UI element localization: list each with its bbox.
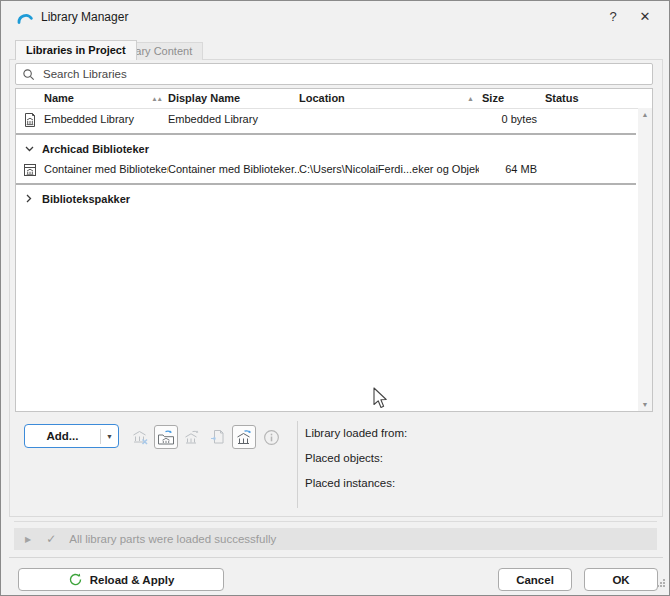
check-icon: ✓: [46, 532, 56, 546]
group-row-archicad-biblioteker[interactable]: Archicad Biblioteker: [16, 138, 652, 159]
cell-display-name: Embedded Library: [168, 109, 299, 130]
embedded-library-icon: [16, 112, 44, 128]
search-field[interactable]: [15, 63, 653, 85]
status-bar: ▶ ✓ All library parts were loaded succes…: [14, 528, 657, 550]
reload-library-icon: [234, 427, 254, 447]
close-button[interactable]: ✕: [635, 7, 655, 27]
header-status[interactable]: Status: [541, 89, 615, 108]
group-separator: [16, 180, 652, 188]
ok-button[interactable]: OK: [584, 568, 658, 591]
remove-library-button[interactable]: [128, 425, 152, 449]
archicad-logo-icon: [17, 10, 33, 25]
libraries-list: Name▲▲ Display Name Location▲ Size Statu…: [15, 88, 653, 412]
library-manager-dialog: Library Manager ? ✕ Libraries in Project…: [0, 0, 670, 596]
library-loaded-from-label: Library loaded from:: [305, 427, 407, 439]
scroll-up-icon[interactable]: ▲: [638, 111, 652, 118]
sort-icon: ▲▲: [151, 89, 162, 108]
table-row-container-library[interactable]: Container med Biblioteker... Container m…: [16, 159, 652, 180]
chevron-right-icon[interactable]: [23, 194, 35, 203]
container-library-icon: [16, 162, 44, 178]
search-icon: [22, 68, 35, 81]
export-library-button[interactable]: [180, 425, 204, 449]
search-input[interactable]: [41, 67, 652, 81]
cell-name: Embedded Library: [44, 109, 168, 130]
title-bar: Library Manager ? ✕: [1, 1, 669, 35]
embed-library-button[interactable]: [154, 425, 178, 449]
footer-separator-line: [9, 557, 663, 558]
chevron-down-icon[interactable]: [23, 146, 35, 152]
cell-size: 64 MB: [479, 159, 541, 180]
reload-apply-button[interactable]: Reload & Apply: [18, 568, 224, 591]
vertical-scrollbar[interactable]: ▲ ▼: [638, 108, 652, 411]
window-title: Library Manager: [41, 10, 128, 24]
group-label: Bibliotekspakker: [42, 193, 130, 205]
group-row-bibliotekspakker[interactable]: Bibliotekspakker: [16, 188, 652, 209]
cell-location: C:\Users\NicolaiFerdi...eker og Objekter…: [299, 159, 479, 180]
placed-objects-label: Placed objects:: [305, 452, 383, 464]
scroll-down-icon[interactable]: ▼: [638, 401, 652, 408]
header-location[interactable]: Location▲: [299, 89, 479, 108]
cell-size: 0 bytes: [479, 109, 541, 130]
status-expander-icon[interactable]: ▶: [25, 535, 31, 544]
group-separator: [16, 130, 652, 138]
header-name[interactable]: Name▲▲: [44, 89, 168, 108]
tab-libraries-in-project[interactable]: Libraries in Project: [15, 40, 137, 60]
cell-display-name: Container med Biblioteker...: [168, 159, 299, 180]
info-icon: [262, 428, 281, 447]
save-library-part-button[interactable]: [206, 425, 230, 449]
cancel-button[interactable]: Cancel: [498, 568, 572, 591]
remove-library-icon: [130, 427, 150, 447]
header-display-name[interactable]: Display Name: [168, 89, 299, 108]
header-icon-column[interactable]: [16, 89, 44, 108]
resize-grip[interactable]: [656, 574, 666, 592]
sort-asc-icon: ▲: [467, 89, 473, 108]
header-size[interactable]: Size: [479, 89, 541, 108]
help-button[interactable]: ?: [603, 7, 623, 27]
list-header: Name▲▲ Display Name Location▲ Size Statu…: [16, 89, 652, 109]
save-library-part-icon: [208, 427, 228, 447]
mouse-cursor: [372, 387, 390, 415]
reload-library-button[interactable]: [232, 425, 256, 449]
table-row-embedded-library[interactable]: Embedded Library Embedded Library 0 byte…: [16, 109, 652, 130]
library-info-button[interactable]: [259, 425, 283, 449]
info-panel-divider: [297, 421, 298, 508]
separator-line: [14, 521, 657, 522]
cell-name: Container med Biblioteker...: [44, 159, 168, 180]
export-library-icon: [182, 427, 202, 447]
group-label: Archicad Biblioteker: [42, 143, 149, 155]
reload-apply-icon: [68, 572, 83, 587]
add-dropdown-arrow[interactable]: ▼: [101, 433, 118, 440]
status-message: All library parts were loaded successful…: [69, 533, 276, 545]
embed-library-icon: [156, 427, 176, 447]
placed-instances-label: Placed instances:: [305, 477, 395, 489]
add-library-button[interactable]: Add... ▼: [24, 424, 119, 448]
